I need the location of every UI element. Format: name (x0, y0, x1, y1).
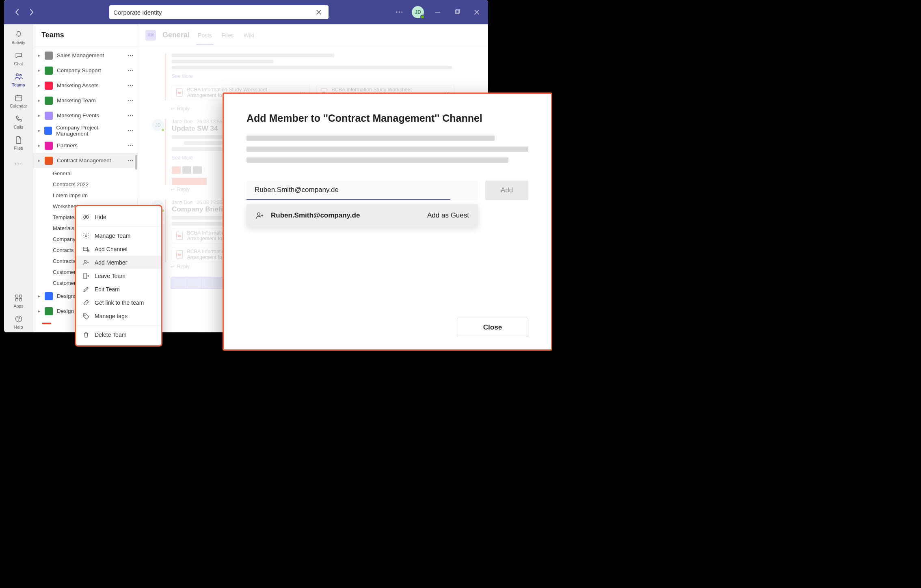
phone-icon (15, 114, 23, 124)
team-more-icon[interactable]: ··· (128, 67, 134, 74)
rail-activity[interactable]: Activity (4, 27, 33, 48)
svg-rect-12 (19, 299, 22, 301)
sidebar-team-row[interactable]: ▸Marketing Team··· (33, 93, 138, 108)
gear-icon (82, 232, 90, 239)
sidebar-team-row[interactable]: ▸Marketing Assets··· (33, 78, 138, 93)
thumbnail[interactable] (193, 166, 202, 174)
team-more-icon[interactable]: ··· (128, 127, 134, 134)
scrollbar-thumb[interactable] (135, 155, 137, 170)
user-avatar[interactable]: JD (412, 6, 424, 18)
menu-add-member[interactable]: Add Member (76, 256, 161, 269)
close-button[interactable]: Close (457, 318, 528, 337)
chat-icon (15, 51, 23, 60)
svg-point-14 (18, 320, 19, 321)
rail-more[interactable]: ··· (4, 153, 33, 174)
menu-label: Manage tags (95, 313, 128, 319)
rail-files[interactable]: Files (4, 132, 33, 153)
thumbnail[interactable] (182, 166, 191, 174)
menu-manage-tags[interactable]: Manage tags (76, 309, 161, 323)
team-color-tile (44, 127, 52, 135)
menu-label: Get link to the team (95, 299, 144, 306)
sidebar-channel-row[interactable]: Contracts 2022 (33, 179, 138, 190)
bell-icon (15, 30, 23, 39)
tab-files[interactable]: Files (220, 32, 236, 39)
team-tile: VM (145, 30, 156, 41)
minimize-button[interactable] (432, 6, 443, 18)
rail-calendar[interactable]: Calendar (4, 90, 33, 111)
suggestion-action: Add as Guest (427, 211, 469, 220)
add-button[interactable]: Add (485, 181, 528, 200)
rail-help[interactable]: Help (4, 311, 33, 332)
person-add-icon (82, 259, 90, 266)
sidebar-team-row[interactable]: ▸Company Support··· (33, 63, 138, 78)
forward-button[interactable] (27, 7, 37, 17)
settings-more-icon[interactable]: ··· (396, 9, 404, 16)
menu-edit-team[interactable]: Edit Team (76, 282, 161, 296)
sidebar-team-row[interactable]: ▸Partners··· (33, 138, 138, 153)
menu-delete-team[interactable]: Delete Team (76, 328, 161, 341)
menu-hide[interactable]: Hide (76, 210, 161, 224)
search-box[interactable] (109, 5, 329, 19)
team-more-icon[interactable]: ··· (128, 142, 134, 149)
caret-icon: ▸ (38, 68, 42, 73)
skeleton-line (246, 157, 508, 163)
menu-add-channel[interactable]: Add Channel (76, 242, 161, 256)
team-color-tile (45, 112, 53, 120)
team-name: Company Project Management (56, 125, 128, 137)
rail-apps[interactable]: Apps (4, 290, 33, 311)
document-icon (176, 232, 183, 240)
menu-manage-team[interactable]: Manage Team (76, 229, 161, 242)
team-name: Company Support (57, 67, 101, 73)
back-button[interactable] (12, 7, 22, 17)
rail-teams[interactable]: Teams (4, 69, 33, 90)
team-more-icon[interactable]: ··· (128, 157, 134, 164)
skeleton-line (172, 66, 452, 69)
rail-label: Chat (14, 61, 23, 66)
close-window-button[interactable] (471, 6, 482, 18)
team-name: Contract Management (57, 157, 111, 164)
tab-posts[interactable]: Posts (196, 32, 214, 39)
dialog-title: Add Member to ''Contract Management'' Ch… (246, 112, 528, 124)
menu-label: Manage Team (95, 233, 130, 239)
svg-rect-11 (15, 299, 18, 301)
sidebar-team-row[interactable]: ▸Company Project Management··· (33, 123, 138, 138)
teams-icon (14, 72, 23, 82)
team-more-icon[interactable]: ··· (128, 112, 134, 119)
thumbnail[interactable] (172, 178, 207, 185)
team-name: Sales Management (57, 52, 104, 58)
skeleton-line (172, 60, 273, 63)
menu-leave-team[interactable]: Leave Team (76, 269, 161, 282)
team-name: Marketing Team (57, 97, 96, 103)
help-icon (15, 314, 23, 324)
sidebar-team-row[interactable]: ▸Sales Management··· (33, 48, 138, 63)
team-color-tile (45, 157, 53, 165)
person-add-icon (255, 211, 264, 220)
guest-suggestion[interactable]: Ruben.Smith@company.de Add as Guest (246, 204, 478, 227)
search-input[interactable] (113, 9, 316, 16)
avatar-initials: JD (415, 9, 421, 15)
team-more-icon[interactable]: ··· (128, 97, 134, 104)
svg-point-4 (19, 74, 21, 76)
menu-label: Add Channel (95, 246, 128, 252)
rail-calls[interactable]: Calls (4, 111, 33, 132)
svg-rect-18 (83, 247, 88, 250)
team-color-tile (45, 97, 53, 105)
member-email-input[interactable] (246, 181, 478, 200)
svg-point-28 (257, 213, 260, 215)
caret-icon: ▸ (38, 53, 42, 58)
author-avatar: JD (152, 119, 164, 131)
sidebar-channel-row[interactable]: General (33, 168, 138, 179)
sidebar-channel-row[interactable]: Lorem impsum (33, 190, 138, 201)
menu-get-link[interactable]: Get link to the team (76, 296, 161, 309)
rail-chat[interactable]: Chat (4, 48, 33, 69)
see-more-link[interactable]: See More (172, 73, 468, 79)
thumbnail[interactable] (172, 166, 181, 174)
sidebar-team-row[interactable]: ▸Contract Management··· (33, 153, 138, 168)
presence-indicator (161, 128, 165, 132)
sidebar-team-row[interactable]: ▸Marketing Events··· (33, 108, 138, 123)
team-more-icon[interactable]: ··· (128, 52, 134, 59)
tab-wiki[interactable]: Wiki (242, 32, 256, 39)
clear-search-icon[interactable] (316, 9, 324, 15)
maximize-button[interactable] (452, 6, 463, 18)
team-more-icon[interactable]: ··· (128, 82, 134, 89)
